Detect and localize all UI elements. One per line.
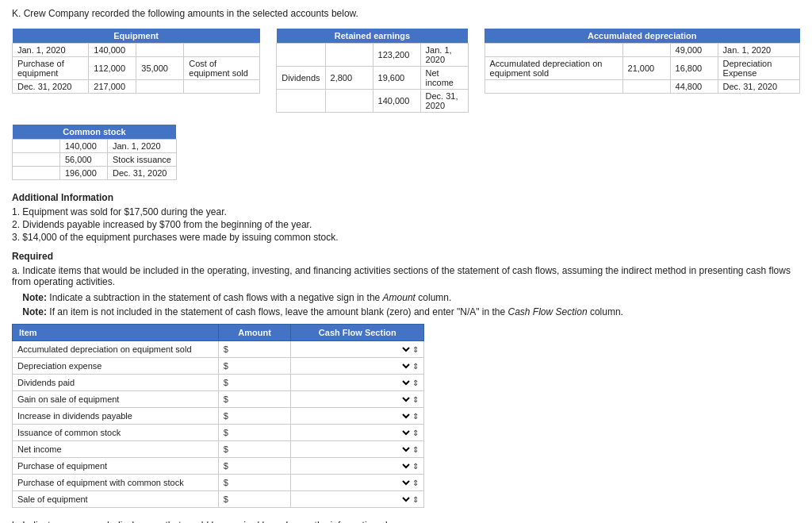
row-item-2: Depreciation expense [13, 358, 219, 375]
select-arrows-10: ⇕ [412, 495, 419, 504]
equip-r3-ll: Dec. 31, 2020 [13, 80, 89, 94]
re-r2-rv: 19,600 [373, 67, 420, 90]
amount-input-7[interactable] [231, 444, 278, 454]
re-r3-ll [277, 90, 325, 113]
row-item-5: Increase in dividends payable [13, 408, 219, 425]
common-stock-section: Common stock 140,000 Jan. 1, 2020 56,000… [12, 125, 800, 180]
ad-r2-rl: Depreciation Expense [718, 57, 799, 80]
re-r2-ll: Dividends [277, 67, 325, 90]
row-cashflow-7[interactable]: OperatingInvestingFinancingN/A⇕ [291, 441, 424, 458]
ad-r1-rv: 49,000 [670, 44, 718, 57]
equip-r3-rl [136, 80, 184, 94]
equip-r2-ll: Purchase of equipment [13, 57, 89, 80]
ad-r3-rl: Dec. 31, 2020 [718, 80, 799, 94]
table-row: Purchase of equipment with common stock … [13, 475, 424, 491]
cashflow-select-2[interactable]: OperatingInvestingFinancingN/A [296, 360, 412, 371]
row-cashflow-1[interactable]: OperatingInvestingFinancingN/A⇕ [291, 341, 424, 358]
cashflow-select-8[interactable]: OperatingInvestingFinancingN/A [296, 460, 412, 471]
row-cashflow-3[interactable]: OperatingInvestingFinancingN/A⇕ [291, 375, 424, 391]
row-cashflow-8[interactable]: OperatingInvestingFinancingN/A⇕ [291, 458, 424, 475]
equip-r1-rl [136, 44, 184, 57]
re-r2-rl: Net income [420, 67, 468, 90]
note-1: Note: Indicate a subtraction in the stat… [12, 292, 800, 303]
cashflow-select-1[interactable]: OperatingInvestingFinancingN/A [296, 344, 412, 355]
note2-italic: Cash Flow Section [508, 306, 588, 317]
row-item-7: Net income [13, 441, 219, 458]
additional-info-item-1: 1. Equipment was sold for $17,500 during… [12, 206, 800, 217]
row-cashflow-2[interactable]: OperatingInvestingFinancingN/A⇕ [291, 358, 424, 375]
row-item-6: Issuance of common stock [13, 425, 219, 441]
amount-input-4[interactable] [231, 394, 278, 404]
re-r1-rv: 123,200 [373, 44, 420, 67]
table-row: Sale of equipment $ OperatingInvestingFi… [13, 491, 424, 508]
intro-text: K. Crew Company recorded the following a… [12, 8, 800, 19]
re-r1-lv [325, 44, 373, 67]
additional-info-heading: Additional Information [12, 192, 800, 203]
row-item-4: Gain on sale of equipment [13, 391, 219, 408]
cs-r3-rv: 196,000 [60, 167, 108, 180]
re-r3-lv [325, 90, 373, 113]
amount-input-9[interactable] [231, 478, 278, 487]
cashflow-select-10[interactable]: OperatingInvestingFinancingN/A [296, 494, 412, 505]
row-cashflow-10[interactable]: OperatingInvestingFinancingN/A⇕ [291, 491, 424, 508]
cashflow-select-3[interactable]: OperatingInvestingFinancingN/A [296, 377, 412, 388]
ad-r1-ll [485, 44, 622, 57]
select-arrows-6: ⇕ [412, 429, 419, 437]
equip-r1-lv: 140,000 [89, 44, 136, 57]
cashflow-select-6[interactable]: OperatingInvestingFinancingN/A [296, 427, 412, 438]
select-arrows-2: ⇕ [412, 362, 419, 371]
amount-input-3[interactable] [231, 378, 278, 387]
cashflow-select-7[interactable]: OperatingInvestingFinancingN/A [296, 444, 412, 455]
row-item-10: Sale of equipment [13, 491, 219, 508]
cs-r3-rl: Dec. 31, 2020 [108, 167, 177, 180]
amount-input-8[interactable] [231, 461, 278, 471]
row-item-8: Purchase of equipment [13, 458, 219, 475]
amount-input-1[interactable] [231, 344, 278, 354]
cs-r1-lv [13, 140, 60, 153]
required-section: Required a. Indicate items that would be… [12, 251, 800, 317]
select-arrows-5: ⇕ [412, 412, 419, 421]
re-r1-ll [277, 44, 325, 67]
amount-input-10[interactable] [231, 494, 278, 504]
note-2: Note: If an item is not included in the … [12, 306, 800, 317]
re-r3-rl: Dec. 31, 2020 [420, 90, 468, 113]
cashflow-select-9[interactable]: OperatingInvestingFinancingN/A [296, 477, 412, 488]
ad-r3-lv [622, 80, 670, 94]
row-amount-10: $ [218, 491, 291, 508]
cs-r3-lv [13, 167, 60, 180]
row-cashflow-6[interactable]: OperatingInvestingFinancingN/A⇕ [291, 425, 424, 441]
row-cashflow-5[interactable]: OperatingInvestingFinancingN/A⇕ [291, 408, 424, 425]
select-arrows-1: ⇕ [412, 345, 419, 354]
equipment-header: Equipment [13, 29, 260, 44]
row-amount-5: $ [218, 408, 291, 425]
amount-input-2[interactable] [231, 361, 278, 371]
equip-r3-rv [184, 80, 260, 94]
main-table-header-amount: Amount [218, 325, 291, 341]
main-cash-flow-table: Item Amount Cash Flow Section Accumulate… [12, 324, 424, 508]
ledger-tables-container: Equipment Jan. 1, 2020 140,000 Purchase … [12, 29, 800, 113]
row-amount-4: $ [218, 391, 291, 408]
amount-input-5[interactable] [231, 411, 278, 421]
row-cashflow-4[interactable]: OperatingInvestingFinancingN/A⇕ [291, 391, 424, 408]
main-table-header-item: Item [13, 325, 219, 341]
row-amount-8: $ [218, 458, 291, 475]
amount-input-6[interactable] [231, 428, 278, 437]
select-arrows-4: ⇕ [412, 395, 419, 404]
row-amount-7: $ [218, 441, 291, 458]
select-arrows-3: ⇕ [412, 379, 419, 387]
main-table-header-cashflow: Cash Flow Section [291, 325, 424, 341]
retained-earnings-header: Retained earnings [277, 29, 468, 44]
note2-pre: Note: If an item is not included in the … [12, 306, 508, 317]
cs-r2-rl: Stock issuance [108, 153, 177, 167]
table-row: Increase in dividends payable $ Operatin… [13, 408, 424, 425]
row-amount-2: $ [218, 358, 291, 375]
cashflow-select-4[interactable]: OperatingInvestingFinancingN/A [296, 394, 412, 405]
note1-italic: Amount [383, 292, 416, 303]
note1-post: column. [416, 292, 451, 303]
row-amount-1: $ [218, 341, 291, 358]
cashflow-select-5[interactable]: OperatingInvestingFinancingN/A [296, 410, 412, 421]
re-r3-rv: 140,000 [373, 90, 420, 113]
additional-info-item-3: 3. $14,000 of the equipment purchases we… [12, 232, 800, 243]
required-heading: Required [12, 251, 800, 262]
row-cashflow-9[interactable]: OperatingInvestingFinancingN/A⇕ [291, 475, 424, 491]
